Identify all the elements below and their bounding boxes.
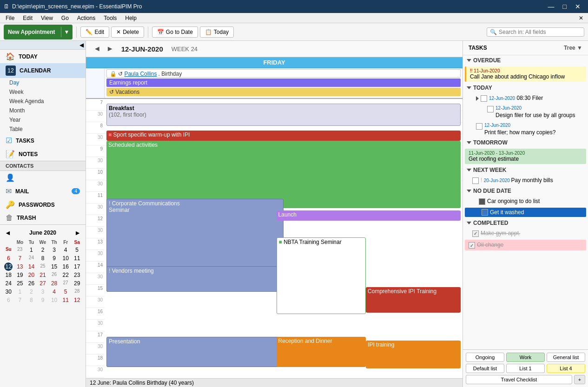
- mini-cal-day-6[interactable]: 6: [3, 254, 14, 262]
- minimize-btn[interactable]: —: [544, 2, 558, 11]
- menu-tools[interactable]: Tools: [100, 14, 120, 22]
- menu-actions[interactable]: Actions: [73, 14, 99, 22]
- task-completed-2-cb[interactable]: [469, 242, 475, 249]
- mini-cal-day-10[interactable]: 10: [60, 254, 72, 262]
- task-no-due-2-selected[interactable]: Get it washed: [465, 208, 586, 217]
- sidebar-item-calendar[interactable]: 12 CALENDAR: [0, 63, 86, 78]
- mini-cal-day-24[interactable]: 24: [3, 279, 14, 288]
- tasks-footer-list4[interactable]: List 4: [547, 364, 585, 373]
- mini-cal-day-jul11[interactable]: 11: [60, 296, 72, 304]
- mini-cal-day-25[interactable]: 25: [14, 279, 26, 288]
- appt-scheduled[interactable]: Scheduled activities: [106, 141, 461, 208]
- task-section-overdue[interactable]: OVERDUE: [463, 55, 588, 66]
- mini-cal-day-27[interactable]: 27: [37, 279, 49, 288]
- mini-cal-day-jul7[interactable]: 7: [14, 296, 26, 304]
- mini-cal-day-28[interactable]: 28: [48, 279, 60, 288]
- sidebar-item-notes[interactable]: 📝 NOTES: [0, 147, 86, 161]
- tasks-footer-list1[interactable]: List 1: [506, 364, 545, 373]
- mini-cal-day-4[interactable]: 4: [60, 246, 72, 254]
- mini-cal-day-3[interactable]: 3: [48, 246, 60, 254]
- task-section-tomorrow[interactable]: TOMORROW: [463, 138, 588, 148]
- sidebar-item-contacts[interactable]: 👤 CONTACTS: [0, 171, 86, 184]
- mini-cal-day-1[interactable]: 1: [26, 246, 37, 254]
- mini-cal-day-15[interactable]: 15: [48, 262, 60, 271]
- task-today-1-cb[interactable]: [481, 95, 487, 102]
- task-section-next-week[interactable]: NEXT WEEK: [463, 165, 588, 175]
- mini-cal-day-12-today[interactable]: 12: [4, 262, 13, 271]
- mini-cal-day-2[interactable]: 2: [37, 246, 49, 254]
- sidebar-item-mail[interactable]: ✉ MAIL 4: [0, 184, 86, 198]
- task-completed-1-cb[interactable]: [472, 230, 479, 237]
- maximize-btn[interactable]: □: [559, 2, 570, 11]
- mini-cal-day-19[interactable]: 19: [14, 271, 26, 279]
- task-section-completed[interactable]: COMPLETED: [463, 218, 588, 228]
- task-tomorrow-1[interactable]: 11-Jun-2020 - 13-Jun-2020 Get roofing es…: [465, 149, 586, 164]
- tasks-footer-ongoing[interactable]: Ongoing: [466, 353, 504, 362]
- mini-cal-day-7[interactable]: 7: [14, 254, 26, 262]
- task-section-no-due[interactable]: NO DUE DATE: [463, 186, 588, 196]
- menu-close-btn[interactable]: ✕: [576, 14, 586, 22]
- search-box[interactable]: 🔍: [487, 27, 584, 37]
- sidebar-item-trash[interactable]: 🗑 TRASH: [0, 211, 86, 224]
- mini-cal-day-23[interactable]: 23: [71, 271, 83, 279]
- tasks-footer-travel[interactable]: Travel Checklist: [466, 375, 572, 384]
- mini-cal-day-16[interactable]: 16: [60, 262, 72, 271]
- mini-cal-day-jul4[interactable]: 4: [48, 288, 60, 296]
- allday-event-vacations[interactable]: ↺ Vacations: [106, 88, 461, 96]
- sidebar-view-week-agenda[interactable]: Week Agenda: [0, 97, 86, 106]
- task-next-week-1[interactable]: ! 20-Jun-2020 Pay monthly bills: [463, 175, 588, 186]
- sidebar-view-day[interactable]: Day: [0, 78, 86, 87]
- mini-cal-day-jul5[interactable]: 5: [60, 288, 72, 296]
- mini-cal-day-17[interactable]: 17: [71, 262, 83, 271]
- menu-view[interactable]: View: [37, 14, 57, 22]
- tasks-footer-general[interactable]: General list: [547, 353, 585, 362]
- mini-cal-day-26[interactable]: 26: [26, 279, 37, 288]
- mini-cal-day-13[interactable]: 13: [14, 262, 26, 271]
- tasks-tree-button[interactable]: Tree ▼: [564, 45, 582, 51]
- menu-file[interactable]: File: [2, 14, 18, 22]
- mini-cal-day-8[interactable]: 8: [37, 254, 49, 262]
- sidebar-item-tasks[interactable]: ☑ TASKS: [0, 134, 86, 147]
- appt-reception[interactable]: Reception and Dinner: [277, 337, 366, 367]
- delete-button[interactable]: ✕ Delete: [111, 26, 144, 38]
- menu-edit[interactable]: Edit: [19, 14, 36, 22]
- tasks-footer-work[interactable]: Work: [506, 353, 545, 362]
- sidebar-item-passwords[interactable]: 🔑 PASSWORDS: [0, 198, 86, 211]
- mini-cal-day-14[interactable]: 14: [26, 262, 37, 271]
- task-overdue-1[interactable]: !! 11-Jun-2020 Call Jane about adding Ch…: [465, 66, 586, 82]
- today-button[interactable]: 📋 Today: [200, 26, 234, 38]
- appt-breakfast[interactable]: Breakfast (102, first floor): [106, 104, 461, 126]
- appt-launch[interactable]: Launch: [277, 210, 461, 221]
- menu-help[interactable]: Help: [121, 14, 140, 22]
- sidebar-view-month[interactable]: Month: [0, 106, 86, 115]
- mini-cal-prev[interactable]: ◄: [3, 228, 13, 237]
- tasks-footer-default[interactable]: Default list: [466, 364, 504, 373]
- sidebar-view-year[interactable]: Year: [0, 115, 86, 125]
- mini-cal-day-9[interactable]: 9: [48, 254, 60, 262]
- mini-cal-day-jul2[interactable]: 2: [26, 288, 37, 296]
- appt-ipi-training[interactable]: Comprehensive IPI Training: [366, 287, 461, 313]
- mini-cal-day-jul8[interactable]: 8: [26, 296, 37, 304]
- mini-cal-day-jul12[interactable]: 12: [71, 296, 83, 304]
- cal-nav-next[interactable]: ►: [104, 44, 117, 54]
- mini-cal-day-jul10[interactable]: 10: [48, 296, 60, 304]
- appt-nbta[interactable]: ■ NBTA Training Seminar: [277, 237, 366, 314]
- mini-cal-day-jul9[interactable]: 9: [37, 296, 49, 304]
- task-today-3[interactable]: 12-Jun-2020 Print filer; how many copies…: [463, 121, 588, 138]
- task-today-1[interactable]: 12-Jun-2020 08:30 Filer: [463, 93, 588, 104]
- appt-sport[interactable]: ■ Sport specific warm-up with IPI: [106, 131, 461, 141]
- task-completed-1[interactable]: Make gym appt.: [463, 228, 588, 239]
- window-controls[interactable]: — □ ✕: [544, 2, 584, 11]
- task-today-2-cb[interactable]: [487, 106, 494, 112]
- appt-presentation[interactable]: Presentation: [106, 337, 284, 367]
- new-appointment-button[interactable]: New Appointment ▼: [4, 25, 73, 39]
- menu-go[interactable]: Go: [58, 14, 73, 22]
- task-today-2[interactable]: 12-Jun-2020 Design filer for use by all …: [463, 104, 588, 121]
- mini-cal-day-5[interactable]: 5: [71, 246, 83, 254]
- mini-cal-day-jul1[interactable]: 1: [14, 288, 26, 296]
- mini-cal-day-20[interactable]: 20: [26, 271, 37, 279]
- sidebar-view-table[interactable]: Table: [0, 125, 86, 134]
- sidebar-view-week[interactable]: Week: [0, 87, 86, 97]
- edit-button[interactable]: ✏️ Edit: [80, 26, 109, 38]
- mini-cal-day-21[interactable]: 21: [37, 271, 49, 279]
